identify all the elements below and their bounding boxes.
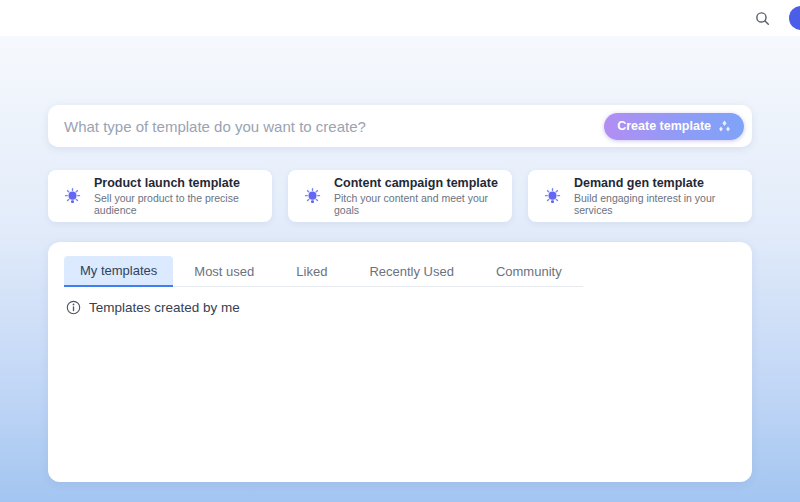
create-template-label: Create template bbox=[617, 119, 711, 133]
create-template-button[interactable]: Create template bbox=[604, 113, 744, 140]
card-subtitle: Sell your product to the precise audienc… bbox=[94, 192, 258, 216]
template-prompt-input[interactable] bbox=[64, 118, 604, 135]
sparkles-icon bbox=[718, 120, 731, 133]
card-subtitle: Pitch your content and meet your goals bbox=[334, 192, 498, 216]
card-product-launch-template[interactable]: Product launch template Sell your produc… bbox=[48, 170, 272, 222]
lightbulb-icon bbox=[302, 186, 323, 207]
page-background: Create template bbox=[0, 36, 800, 502]
lightbulb-icon bbox=[542, 186, 563, 207]
templates-panel: My templates Most used Liked Recently Us… bbox=[48, 242, 752, 482]
templates-tabs: My templates Most used Liked Recently Us… bbox=[64, 256, 583, 287]
tab-most-used[interactable]: Most used bbox=[173, 256, 275, 286]
search-icon bbox=[754, 10, 771, 27]
card-title: Demand gen template bbox=[574, 176, 738, 190]
template-suggestions: Product launch template Sell your produc… bbox=[48, 170, 752, 222]
card-subtitle: Build engaging interest in your services bbox=[574, 192, 738, 216]
info-icon bbox=[66, 300, 81, 315]
empty-state-label: Templates created by me bbox=[89, 300, 240, 315]
top-bar bbox=[0, 0, 800, 36]
card-demand-gen-template[interactable]: Demand gen template Build engaging inter… bbox=[528, 170, 752, 222]
lightbulb-icon bbox=[62, 186, 83, 207]
empty-state-row: Templates created by me bbox=[64, 300, 736, 315]
search-button[interactable] bbox=[752, 8, 772, 28]
tab-my-templates[interactable]: My templates bbox=[64, 256, 173, 287]
tab-community[interactable]: Community bbox=[475, 256, 583, 286]
card-title: Product launch template bbox=[94, 176, 258, 190]
avatar[interactable] bbox=[789, 6, 800, 30]
template-prompt-bar: Create template bbox=[48, 105, 752, 147]
tab-recently-used[interactable]: Recently Used bbox=[348, 256, 475, 286]
card-content-campaign-template[interactable]: Content campaign template Pitch your con… bbox=[288, 170, 512, 222]
card-title: Content campaign template bbox=[334, 176, 498, 190]
tab-liked[interactable]: Liked bbox=[275, 256, 348, 286]
